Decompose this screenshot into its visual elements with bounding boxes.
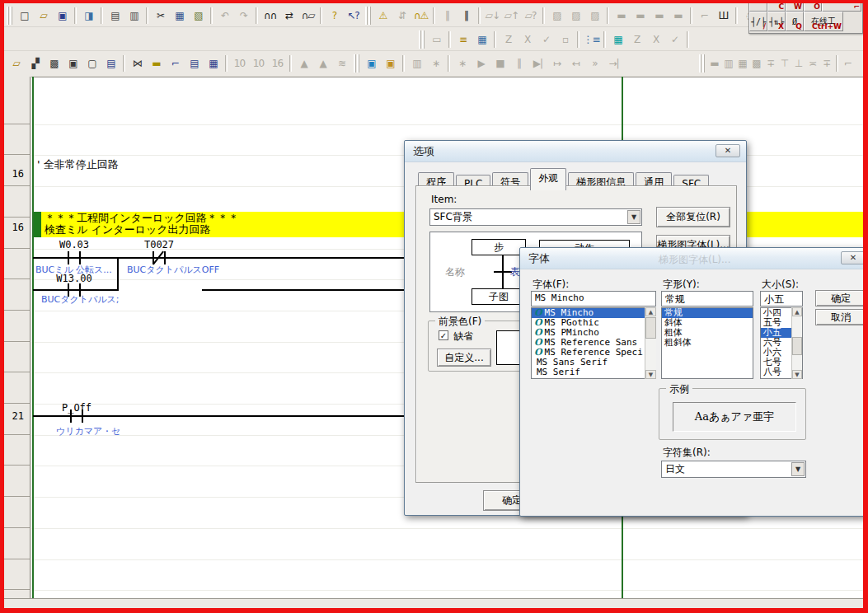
new-file-icon[interactable]: □ — [15, 7, 34, 25]
verify-plc-icon[interactable]: ▱? — [521, 7, 540, 25]
run-to-end-icon[interactable]: →| — [604, 54, 623, 73]
nc-contact-button[interactable]: ┤/├/ — [749, 12, 767, 31]
scrollbar-thumb[interactable] — [792, 337, 802, 355]
default-checkbox[interactable]: ✓ — [439, 330, 448, 340]
charset-dropdown[interactable]: 日文 ▼ — [661, 461, 806, 478]
cascade-windows-icon[interactable]: ▣ — [63, 54, 82, 73]
pulse-contact-button[interactable]: ┤⇅├X — [767, 12, 786, 31]
edit-mode-icon[interactable]: ▣ — [381, 54, 400, 73]
note-edit-icon[interactable]: ✓ — [537, 30, 556, 49]
sfc-transition-5-icon[interactable]: ∓ — [819, 54, 833, 73]
device-list-icon[interactable]: ▤ — [185, 54, 204, 73]
stop-icon[interactable]: ■ — [490, 54, 509, 73]
cross-reference-icon[interactable]: ⋈ — [128, 54, 147, 73]
verify-file-icon[interactable]: ◨ — [79, 7, 98, 25]
ok-button[interactable]: 确定 — [815, 290, 866, 306]
sfc-step-3-icon[interactable]: ▦ — [735, 54, 749, 73]
pause-icon[interactable]: ‖ — [457, 7, 476, 25]
trace-icon[interactable]: ⇵ — [392, 7, 411, 25]
project-tree-icon[interactable]: ⋮≡ — [582, 30, 601, 49]
options-dialog-titlebar[interactable]: 选项 ✕ — [405, 141, 746, 162]
font-list-scrollbar[interactable]: ▲ ▼ — [645, 307, 656, 379]
memory-4-icon[interactable]: ▬ — [669, 7, 687, 25]
contact-symbol[interactable] — [70, 409, 72, 423]
decimal2-display-icon[interactable]: 10 — [249, 54, 268, 73]
toolbar-drag-handle[interactable] — [699, 54, 705, 73]
redo-icon[interactable]: ↷ — [234, 7, 253, 25]
style-input[interactable]: 常规 — [661, 291, 753, 306]
stacked-data-icon[interactable]: ≡ — [453, 30, 472, 49]
read-plc-icon[interactable]: ▱↓ — [483, 7, 502, 25]
close-icon[interactable]: ✕ — [841, 251, 866, 264]
sfc-step-1-icon[interactable]: ▬ — [707, 54, 721, 73]
scroll-up-icon[interactable]: ▲ — [792, 307, 802, 316]
sfc-transition-2-icon[interactable]: ⊤ — [777, 54, 791, 73]
step-out-icon[interactable]: ↤ — [566, 54, 585, 73]
reset-all-button[interactable]: 全部复位(R) — [656, 207, 730, 227]
device-batch-icon[interactable]: ≋ — [332, 54, 351, 73]
window-comment-icon[interactable]: Z — [627, 30, 646, 49]
memory-2-icon[interactable]: ▬ — [631, 7, 650, 25]
font-dialog-titlebar[interactable]: 字体 梯形图字体(L)... ✕ — [520, 248, 867, 269]
param-2-icon[interactable]: ▨ — [566, 7, 585, 25]
decimal-display-icon[interactable]: 10 — [230, 54, 249, 73]
hex-display-icon[interactable]: 16 — [268, 54, 287, 73]
customize-button[interactable]: 自定义... — [437, 349, 491, 367]
item-dropdown[interactable]: SFC背景 ▼ — [429, 208, 642, 226]
paste-icon[interactable]: ▧ — [189, 7, 208, 25]
comment-edit-icon[interactable]: Z — [499, 30, 518, 49]
contact-symbol[interactable] — [79, 251, 81, 264]
sfc-step-4-icon[interactable]: ▩ — [749, 54, 763, 73]
clock-setup-icon[interactable]: ▦ — [472, 30, 491, 49]
scroll-up-icon[interactable]: ▲ — [645, 307, 656, 316]
device-replace-icon[interactable]: ∩▱ — [298, 7, 317, 25]
help-icon[interactable]: ? — [325, 7, 344, 25]
coil-button[interactable]: ØQ — [786, 12, 804, 31]
memory-3-icon[interactable]: ▬ — [650, 7, 669, 25]
contact-symbol[interactable] — [164, 251, 166, 264]
toolbar-drag-handle[interactable] — [7, 7, 12, 25]
toolbar-drag-handle[interactable] — [419, 30, 425, 49]
chevron-down-icon[interactable]: ▼ — [627, 210, 640, 224]
scroll-down-icon[interactable]: ▼ — [645, 370, 656, 379]
statement-edit-icon[interactable]: X — [518, 30, 537, 49]
find-icon[interactable]: ∩∩ — [260, 7, 279, 25]
cancel-button[interactable]: 取消 — [815, 309, 866, 325]
ladder-check-icon[interactable]: ⚠ — [373, 7, 392, 25]
window-note-icon[interactable]: ✓ — [665, 30, 684, 49]
sfc-return-icon[interactable]: ⌐ — [841, 54, 855, 73]
param-1-icon[interactable]: ▨ — [547, 7, 566, 25]
toolbar-drag-handle[interactable] — [354, 54, 359, 73]
properties-icon[interactable]: ▤ — [101, 54, 120, 73]
online-tool-button[interactable]: 在线工Ctrl+W — [804, 12, 843, 31]
pause-disabled-icon[interactable]: ‖ — [438, 7, 457, 25]
run-icon[interactable]: ▶ — [472, 54, 490, 73]
memory-1-icon[interactable]: ▬ — [612, 7, 631, 25]
copy-icon[interactable]: ▦ — [170, 7, 189, 25]
save-icon[interactable]: ▣ — [53, 7, 72, 25]
ladder-monitor-icon[interactable]: ▦ — [608, 30, 627, 49]
context-help-icon[interactable]: ↖? — [344, 7, 363, 25]
device-test-icon[interactable]: ▥ — [407, 54, 426, 73]
build-icon[interactable]: ▞ — [26, 54, 45, 73]
close-icon[interactable]: ✕ — [716, 144, 740, 157]
print-preview-icon[interactable]: ▥ — [124, 7, 143, 25]
step-in-icon[interactable]: ↦ — [547, 54, 566, 73]
pause-step-icon[interactable]: ‖ — [509, 54, 528, 73]
find-replace-icon[interactable]: ⇄ — [279, 7, 298, 25]
scroll-down-icon[interactable]: ▼ — [792, 370, 802, 379]
timing-chart-icon[interactable]: Ш — [714, 7, 733, 25]
window-statement-icon[interactable]: X — [646, 30, 665, 49]
sfc-transition-3-icon[interactable]: ⊥ — [791, 54, 805, 73]
fast-run-icon[interactable]: » — [585, 54, 604, 73]
sfc-step-2-icon[interactable]: ▥ — [721, 54, 735, 73]
font-name-input[interactable]: MS Mincho — [531, 291, 656, 306]
device-prev-icon[interactable]: ▲ — [294, 54, 313, 73]
options-tab[interactable]: 外观 — [530, 168, 566, 190]
binary-monitor-icon[interactable]: ▦ — [204, 54, 223, 73]
sfc-transition-4-icon[interactable]: ≍ — [805, 54, 819, 73]
contact-symbol[interactable] — [68, 251, 69, 264]
tile-windows-icon[interactable]: ▢ — [82, 54, 101, 73]
scrollbar-thumb[interactable] — [645, 317, 656, 339]
font-list-item[interactable]: MS Serif — [532, 367, 655, 377]
